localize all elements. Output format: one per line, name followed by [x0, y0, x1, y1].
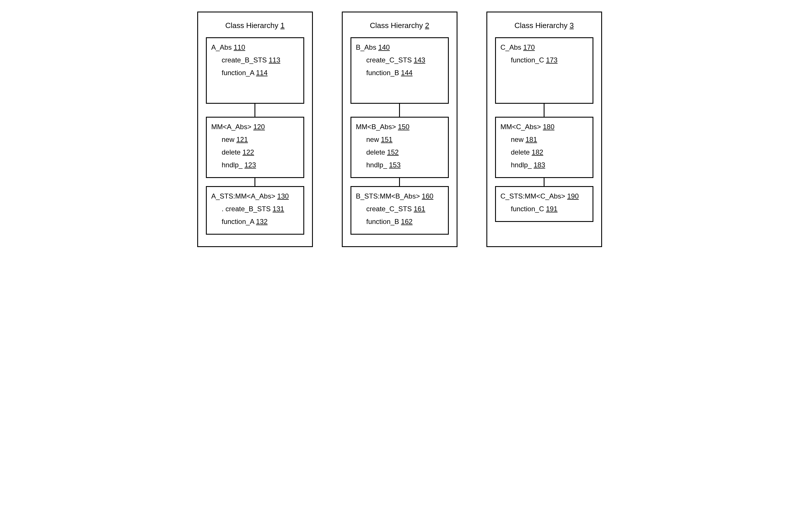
class-box-b-abs: B_Abs 140 create_C_STS 143 function_B 14…	[351, 37, 449, 104]
member-name: create_C_STS	[366, 56, 414, 64]
member-ref: 122	[243, 148, 254, 156]
member-ref: 114	[256, 69, 267, 77]
member-ref: 144	[401, 69, 413, 77]
member-ref: 153	[389, 161, 401, 169]
member-ref: 152	[387, 148, 399, 156]
class-header: B_STS:MM<B_Abs> 160	[356, 192, 443, 200]
class-name: B_STS:MM<B_Abs>	[356, 192, 422, 200]
class-header: MM<C_Abs> 180	[501, 123, 588, 131]
class-ref: 120	[253, 123, 265, 131]
class-box-mm-c-abs: MM<C_Abs> 180 new 181 delete 182 hndlp_ …	[495, 117, 593, 178]
class-header: MM<A_Abs> 120	[211, 123, 299, 131]
member: create_B_STS 131	[222, 204, 299, 214]
class-box-b-sts: B_STS:MM<B_Abs> 160 create_C_STS 161 fun…	[351, 186, 449, 235]
class-ref: 160	[422, 192, 433, 200]
member-ref: 121	[236, 135, 248, 143]
member-name: new	[366, 135, 381, 143]
class-ref: 130	[277, 192, 289, 200]
class-name: C_Abs	[501, 43, 523, 51]
hierarchy-title: Class Hierarchy 3	[515, 21, 574, 30]
title-prefix: Class Hierarchy	[225, 21, 280, 30]
class-name: MM<C_Abs>	[501, 123, 543, 131]
class-box-a-sts: A_STS:MM<A_Abs> 130 create_B_STS 131 fun…	[206, 186, 304, 235]
member: delete 122	[222, 147, 299, 157]
class-header: A_STS:MM<A_Abs> 130	[211, 192, 299, 200]
member: delete 182	[511, 147, 588, 157]
class-ref: 180	[543, 123, 554, 131]
member: new 151	[366, 134, 443, 145]
member-ref: 182	[532, 148, 543, 156]
member-name: function_C	[511, 205, 546, 213]
class-box-a-abs: A_Abs 110 create_B_STS 113 function_A 11…	[206, 37, 304, 104]
member-ref: 123	[244, 161, 256, 169]
class-ref: 190	[567, 192, 579, 200]
member-name: create_B_STS	[222, 56, 269, 64]
class-ref: 150	[398, 123, 409, 131]
class-box-mm-a-abs: MM<A_Abs> 120 new 121 delete 122 hndlp_ …	[206, 117, 304, 178]
member: function_A 132	[222, 216, 299, 227]
member: function_A 114	[222, 68, 299, 78]
member-name: delete	[366, 148, 387, 156]
member-name: new	[222, 135, 237, 143]
title-prefix: Class Hierarchy	[370, 21, 425, 30]
member: delete 152	[366, 147, 443, 157]
member-name: delete	[222, 148, 243, 156]
class-name: C_STS:MM<C_Abs>	[501, 192, 568, 200]
class-header: B_Abs 140	[356, 43, 443, 52]
member-name: hndlp_	[511, 161, 534, 169]
connector-line	[544, 104, 544, 117]
title-prefix: Class Hierarchy	[515, 21, 570, 30]
member: new 181	[511, 134, 588, 145]
title-number: 3	[570, 21, 574, 30]
class-name: B_Abs	[356, 43, 378, 51]
member: create_C_STS 143	[366, 55, 443, 65]
member-name: new	[511, 135, 526, 143]
class-header: MM<B_Abs> 150	[356, 123, 443, 131]
member-name: function_B	[366, 217, 401, 225]
member-name: delete	[511, 148, 532, 156]
member: hndlp_ 153	[366, 160, 443, 170]
connector-line	[399, 104, 400, 117]
class-header: C_Abs 170	[501, 43, 588, 52]
class-box-c-abs: C_Abs 170 function_C 173	[495, 37, 593, 104]
class-name: A_Abs	[211, 43, 234, 51]
class-ref: 140	[378, 43, 390, 51]
member-ref: 181	[525, 135, 537, 143]
hierarchy-title: Class Hierarchy 2	[370, 21, 429, 30]
member-ref: 143	[414, 56, 425, 64]
hierarchy-title: Class Hierarchy 1	[225, 21, 284, 30]
member: hndlp_ 183	[511, 160, 588, 170]
member-name: function_A	[222, 217, 256, 225]
member: function_C 191	[511, 204, 588, 214]
class-header: A_Abs 110	[211, 43, 299, 52]
member-ref: 162	[401, 217, 413, 225]
class-name: A_STS:MM<A_Abs>	[211, 192, 277, 200]
member-ref: 183	[534, 161, 545, 169]
member-ref: 113	[268, 56, 280, 64]
member-name: create_B_STS	[226, 205, 273, 213]
member-ref: 132	[256, 217, 267, 225]
class-hierarchy-2: Class Hierarchy 2 B_Abs 140 create_C_STS…	[342, 12, 458, 247]
class-hierarchy-3: Class Hierarchy 3 C_Abs 170 function_C 1…	[486, 12, 602, 247]
member: hndlp_ 123	[222, 160, 299, 170]
class-header: C_STS:MM<C_Abs> 190	[501, 192, 588, 200]
member: function_C 173	[511, 55, 588, 65]
member: new 121	[222, 134, 299, 145]
member-name: function_B	[366, 69, 401, 77]
title-number: 2	[425, 21, 429, 30]
connector-line	[255, 178, 255, 186]
class-name: MM<A_Abs>	[211, 123, 253, 131]
member-name: function_A	[222, 69, 256, 77]
member-ref: 131	[273, 205, 284, 213]
member: create_C_STS 161	[366, 204, 443, 214]
connector-line	[255, 104, 255, 117]
member-ref: 191	[546, 205, 558, 213]
class-box-c-sts: C_STS:MM<C_Abs> 190 function_C 191	[495, 186, 593, 222]
member-name: hndlp_	[366, 161, 389, 169]
member-ref: 161	[414, 205, 425, 213]
class-box-mm-b-abs: MM<B_Abs> 150 new 151 delete 152 hndlp_ …	[351, 117, 449, 178]
member: function_B 144	[366, 68, 443, 78]
member-name: hndlp_	[222, 161, 245, 169]
member-name: create_C_STS	[366, 205, 414, 213]
class-ref: 170	[523, 43, 535, 51]
